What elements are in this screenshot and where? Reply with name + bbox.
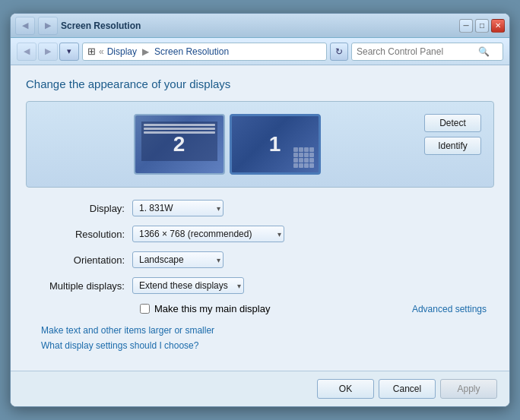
minimize-button[interactable]: ─: [459, 19, 473, 33]
nav-bar: ◀ ▶ ▾ ⊞ « Display ▶ Screen Resolution ↻ …: [11, 38, 509, 65]
display-row: Display: 1. 831W: [33, 200, 487, 216]
monitor-1[interactable]: 1: [230, 114, 321, 175]
multiple-displays-select-wrapper: Extend these displays: [132, 277, 244, 294]
detect-button[interactable]: Detect: [424, 114, 481, 132]
close-button[interactable]: ✕: [491, 19, 505, 33]
monitor-1-grid: [293, 147, 314, 168]
monitor-1-number: 1: [269, 132, 281, 156]
title-bar-left: ◀ ▶ Screen Resolution: [15, 17, 141, 35]
display-select-wrapper: 1. 831W: [132, 200, 224, 216]
identify-button[interactable]: Identify: [424, 137, 481, 155]
display-label: Display:: [33, 203, 132, 214]
breadcrumb-arrow: ▶: [142, 46, 149, 57]
resolution-select-wrapper: 1366 × 768 (recommended): [132, 226, 284, 242]
footer: OK Cancel Apply: [11, 371, 509, 406]
advanced-settings-link[interactable]: Advanced settings: [412, 304, 487, 314]
orientation-row: Orientation: Landscape: [33, 251, 487, 268]
search-bar: 🔍: [351, 43, 503, 61]
screen-line: [144, 124, 215, 126]
link-display-settings[interactable]: What display settings should I choose?: [41, 340, 494, 351]
links-area: Make text and other items larger or smal…: [26, 325, 494, 351]
nav-down-button[interactable]: ▾: [59, 43, 79, 61]
main-display-checkbox[interactable]: [140, 304, 150, 314]
multiple-displays-label: Multiple displays:: [33, 280, 132, 292]
breadcrumb-display[interactable]: Display: [107, 46, 137, 57]
screen-line: [144, 128, 215, 130]
ok-button[interactable]: OK: [317, 379, 374, 399]
main-window: ◀ ▶ Screen Resolution ─ □ ✕ ◀ ▶ ▾ ⊞ « Di…: [10, 13, 510, 407]
breadcrumb-icon: ⊞: [87, 46, 96, 57]
page-title: Change the appearance of your displays: [26, 77, 494, 90]
multiple-displays-row: Multiple displays: Extend these displays: [33, 277, 487, 294]
apply-button[interactable]: Apply: [440, 379, 497, 399]
breadcrumb-screen-resolution: Screen Resolution: [154, 46, 229, 57]
window-title: Screen Resolution: [61, 21, 141, 31]
link-text-size[interactable]: Make text and other items larger or smal…: [41, 325, 494, 336]
orientation-select[interactable]: Landscape: [132, 251, 224, 268]
cancel-button[interactable]: Cancel: [379, 379, 436, 399]
breadcrumb: ⊞ « Display ▶ Screen Resolution: [82, 43, 327, 61]
maximize-button[interactable]: □: [475, 19, 489, 33]
resolution-row: Resolution: 1366 × 768 (recommended): [33, 226, 487, 242]
breadcrumb-separator1: «: [99, 46, 104, 57]
orientation-label: Orientation:: [33, 254, 132, 266]
nav-forward-button[interactable]: ▶: [38, 43, 58, 61]
resolution-label: Resolution:: [33, 229, 132, 240]
title-bar: ◀ ▶ Screen Resolution ─ □ ✕: [11, 14, 509, 38]
monitor-2[interactable]: 2: [134, 114, 225, 175]
refresh-button[interactable]: ↻: [330, 43, 348, 61]
multiple-displays-select[interactable]: Extend these displays: [132, 277, 244, 294]
main-display-label: Make this my main display: [154, 303, 270, 314]
resolution-select[interactable]: 1366 × 768 (recommended): [132, 226, 284, 242]
search-input[interactable]: [357, 46, 478, 57]
nav-arrows: ◀ ▶ ▾: [17, 43, 79, 61]
display-preview-box: 2 1 Detect Identify: [26, 101, 494, 188]
back-button[interactable]: ◀: [15, 17, 35, 35]
display-select[interactable]: 1. 831W: [132, 200, 224, 216]
window-controls: ─ □ ✕: [459, 19, 505, 33]
forward-button[interactable]: ▶: [38, 17, 58, 35]
search-icon: 🔍: [478, 46, 490, 57]
main-display-row: Make this my main display Advanced setti…: [33, 303, 487, 314]
content-area: Change the appearance of your displays 2: [11, 65, 509, 371]
monitor-2-number: 2: [173, 132, 185, 156]
nav-back-button[interactable]: ◀: [17, 43, 36, 61]
form-area: Display: 1. 831W Resolution: 1366 × 768 …: [26, 200, 494, 314]
orientation-select-wrapper: Landscape: [132, 251, 224, 268]
detect-identify-buttons: Detect Identify: [424, 114, 481, 155]
monitors-area: 2 1: [39, 114, 415, 175]
